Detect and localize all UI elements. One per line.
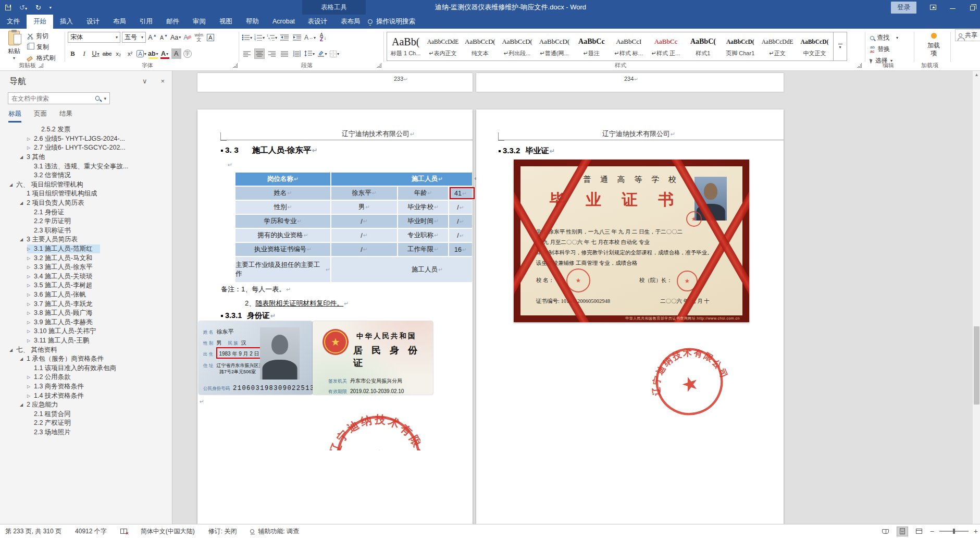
expand-collapse-icon[interactable]: ▷: [27, 247, 34, 251]
table-cell[interactable]: /: [449, 229, 472, 242]
table-cell[interactable]: 41: [449, 187, 472, 200]
read-mode-button[interactable]: [880, 527, 891, 536]
zoom-slider[interactable]: [939, 531, 969, 532]
replace-button[interactable]: abac 替换: [870, 44, 898, 54]
grow-font-button[interactable]: A▲: [147, 32, 157, 43]
nav-heading-item[interactable]: ▷ 3.6 施工人员-张帆: [0, 290, 172, 300]
nav-search-box[interactable]: ▾: [8, 92, 110, 104]
nav-pane-options-icon[interactable]: ∨: [142, 77, 147, 85]
superscript-button[interactable]: x²: [125, 48, 135, 59]
nav-heading-item[interactable]: ▷ 3.2 施工人员-马文和: [0, 253, 172, 263]
expand-collapse-icon[interactable]: ◢: [20, 357, 27, 361]
strikethrough-button[interactable]: abc: [102, 48, 112, 59]
expand-collapse-icon[interactable]: ▷: [27, 302, 34, 307]
table-cell[interactable]: 毕业时间: [398, 215, 448, 228]
expand-collapse-icon[interactable]: ◢: [9, 348, 16, 352]
style-item[interactable]: AaBbCcDdE ↵表内正文: [424, 32, 461, 60]
ribbon-tab[interactable]: 开始: [27, 15, 53, 29]
table-cell[interactable]: 年龄: [398, 187, 448, 200]
undo-icon[interactable]: ↺▾: [19, 4, 27, 11]
align-left-button[interactable]: [242, 48, 252, 59]
expand-collapse-icon[interactable]: ▷: [27, 338, 34, 343]
table-cell[interactable]: 专业职称: [398, 229, 448, 242]
table-row[interactable]: 姓名 徐东平 年龄 41: [235, 187, 472, 200]
table-cell[interactable]: 毕业学校: [398, 201, 448, 214]
nav-heading-item[interactable]: ▷ 3.4 施工人员-关琰琰: [0, 272, 172, 282]
table-merged-row[interactable]: 主要工作业绩及担任的主要工作 施工人员: [235, 257, 472, 282]
track-changes-indicator[interactable]: 修订: 关闭: [208, 527, 237, 536]
expand-collapse-icon[interactable]: ▷: [27, 137, 34, 141]
distribute-button[interactable]: [292, 48, 302, 59]
table-cell[interactable]: /: [331, 215, 397, 228]
paste-dropdown-icon[interactable]: ▾: [13, 56, 15, 60]
table-cell[interactable]: /: [449, 201, 472, 214]
table-row[interactable]: 性别 男 毕业学校 /: [235, 201, 472, 214]
nav-heading-item[interactable]: ▷ 3.1 施工人员-范斯红: [0, 244, 172, 254]
customize-qat-icon[interactable]: ▾: [49, 5, 52, 10]
nav-heading-item[interactable]: 2.5.2 发票: [0, 125, 172, 134]
ribbon-tab[interactable]: 引用: [133, 15, 159, 29]
sort-button[interactable]: AZ↓: [318, 32, 328, 43]
restore-icon[interactable]: [970, 6, 975, 10]
style-item[interactable]: AaBbCcD( ↵普通(网...: [536, 32, 573, 60]
nav-heading-item[interactable]: 2.1 身份证: [0, 207, 172, 217]
nav-heading-item[interactable]: 2.2 产权证明: [0, 419, 172, 428]
expand-collapse-icon[interactable]: ▷: [27, 256, 34, 261]
style-item[interactable]: AaBb( 标题 1 Ch...: [387, 32, 424, 60]
nav-heading-item[interactable]: ◢ 3 主要人员简历表: [0, 235, 172, 244]
nav-heading-item[interactable]: ▷ 2.6 业绩5- YHYT-LJGS-2024-...: [0, 134, 172, 144]
dialog-launcher-icon[interactable]: [857, 63, 862, 68]
language-indicator[interactable]: 简体中文(中国大陆): [141, 527, 195, 536]
nav-heading-item[interactable]: 2.1 租赁合同: [0, 409, 172, 419]
style-item[interactable]: AaBbCcD( ↵列出段...: [499, 32, 536, 60]
align-right-button[interactable]: [267, 48, 277, 59]
table-cell[interactable]: 拥有的执业资格: [235, 229, 330, 242]
addins-button[interactable]: 加载项: [921, 31, 946, 63]
shrink-font-button[interactable]: A▼: [159, 32, 169, 43]
ribbon-tab[interactable]: Acrobat: [266, 15, 302, 29]
nav-heading-item[interactable]: 3.2 信誉情况: [0, 171, 172, 180]
ribbon-tab[interactable]: 审阅: [186, 15, 213, 29]
asian-layout-button[interactable]: A↔▾: [304, 32, 316, 43]
vertical-scrollbar[interactable]: ▲: [972, 71, 980, 524]
clear-formatting-button[interactable]: A: [182, 32, 192, 43]
nav-heading-item[interactable]: ▷ 2.7 业绩6- LHYT-SGCYC-202...: [0, 143, 172, 153]
character-shading-button[interactable]: A: [171, 48, 181, 59]
nav-heading-item[interactable]: ◢ 2 应急能力: [0, 400, 172, 410]
expand-collapse-icon[interactable]: ◢: [20, 201, 27, 205]
nav-heading-item[interactable]: ▷ 3.9 施工人员-李赫亮: [0, 317, 172, 327]
id-card-front-image[interactable]: 姓 名徐东平 性 别男民 族汉 出 生1983 年 9 月 2 日 住 址辽宁省…: [199, 321, 313, 395]
styles-more-button[interactable]: ▾: [833, 32, 847, 60]
ribbon-tab[interactable]: 邮件: [159, 15, 186, 29]
style-item[interactable]: AaBbCcD( 中文正文: [796, 32, 833, 60]
nav-heading-item[interactable]: ◢ 2 项目负责人简历表: [0, 199, 172, 208]
ribbon-display-options-icon[interactable]: [930, 5, 936, 10]
signin-button[interactable]: 登录: [891, 2, 916, 14]
style-item[interactable]: AaBbCc ↵题注: [573, 32, 610, 60]
id-card-back-image[interactable]: ★ 中华人民共和国 居 民 身 份 证 签发机关丹东市公安局振兴分局 有效期限2…: [313, 321, 433, 395]
nav-heading-item[interactable]: ▷ 3.8 施工人员-顾广海: [0, 309, 172, 318]
style-item[interactable]: AaBbC( 样式1: [685, 32, 722, 60]
nav-heading-item[interactable]: 2.3 职称证书: [0, 226, 172, 236]
table-cell[interactable]: /: [331, 229, 397, 242]
table-cell[interactable]: 工作年限: [398, 243, 448, 256]
ribbon-tab[interactable]: 设计: [80, 15, 106, 29]
document-canvas[interactable]: 233 234 辽宁迪纳技术有限公司 3. 3 施工人员-徐东平 ↵ 岗位名称 …: [173, 71, 980, 524]
shading-button[interactable]: ▾: [317, 48, 327, 59]
expand-collapse-icon[interactable]: ▷: [27, 394, 34, 398]
nav-heading-item[interactable]: ▷ 3.7 施工人员-李跃龙: [0, 299, 172, 309]
bullets-button[interactable]: ▾: [242, 32, 252, 43]
character-border-button[interactable]: A: [205, 32, 215, 43]
contextual-ribbon-tab[interactable]: 表设计: [301, 15, 334, 29]
style-item[interactable]: AaBbCcD( 纯文本: [462, 32, 499, 60]
nav-search-input[interactable]: [8, 95, 95, 102]
zoom-slider-thumb[interactable]: [953, 529, 955, 534]
text-effects-button[interactable]: A▾: [137, 48, 146, 59]
nav-heading-item[interactable]: 1 项目组织管理机构组成: [0, 189, 172, 199]
style-item[interactable]: AaBbCcD( 页脚 Char1: [722, 32, 759, 60]
nav-heading-item[interactable]: ▷ 3.5 施工人员-李树超: [0, 281, 172, 290]
table-cell[interactable]: /: [331, 243, 397, 256]
dialog-launcher-icon[interactable]: [233, 63, 238, 68]
page-234[interactable]: 辽宁迪纳技术有限公司 3.3.2 毕业证 普 通 高 等 学 校 毕 业 证 书…: [476, 109, 784, 524]
ribbon-tab[interactable]: 文件: [0, 15, 27, 29]
